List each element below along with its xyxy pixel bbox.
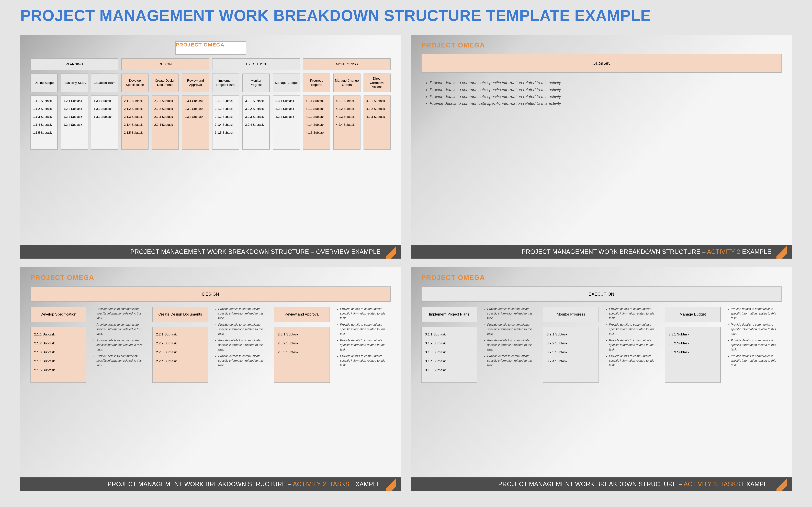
subtask-item: 1.2.3 Subtask: [62, 115, 82, 119]
slide-footer: PROJECT MANAGEMENT WORK BREAKDOWN STRUCT…: [411, 245, 792, 259]
subtask-item: 4.1.5 Subtask: [305, 131, 324, 134]
slide-title: PROJECT OMEGA: [421, 41, 781, 49]
subtask-item: 2.2.3 Subtask: [156, 350, 176, 354]
detail-bullet: Provide details to communicate specific …: [218, 323, 269, 336]
subtask-item: 1.2.4 Subtask: [62, 123, 82, 126]
subtask-item: 3.3.1 Subtask: [668, 332, 689, 336]
detail-bullet: Provide details to communicate specific …: [218, 307, 269, 321]
slide-overview: PROJECT OMEGAPLANNINGDESIGNEXECUTIONMONI…: [20, 35, 401, 259]
footer-text: PROJECT MANAGEMENT WORK BREAKDOWN STRUCT…: [522, 248, 771, 256]
task-details: Provide details to communicate specific …: [213, 307, 269, 383]
subtask-item: 1.1.1 Subtask: [32, 99, 52, 103]
subtask-item: 3.1.5 Subtask: [425, 368, 446, 372]
subtask-item: 3.2.4 Subtask: [244, 123, 264, 126]
footer-text: PROJECT MANAGEMENT WORK BREAKDOWN STRUCT…: [131, 248, 380, 256]
task-details: Provide details to communicate specific …: [726, 307, 781, 383]
detail-bullet: Provide details to communicate specific …: [96, 338, 147, 352]
phase-box: DESIGN: [121, 58, 209, 70]
phase-box: EXECUTION: [212, 58, 300, 70]
detail-bullet: Provide details to communicate specific …: [96, 323, 147, 336]
detail-bullet: Provide details to communicate specific …: [487, 307, 538, 321]
task-box: Progress Reports: [303, 73, 330, 92]
subtask-item: 1.1.5 Subtask: [32, 131, 52, 134]
subtask-item: 2.2.1 Subtask: [156, 332, 176, 336]
subtask-item: 3.3.2 Subtask: [668, 341, 689, 345]
subtask-item: 2.1.5 Subtask: [34, 368, 55, 372]
task-details: Provide details to communicate specific …: [482, 307, 538, 383]
detail-bullet: Provide details to communicate specific …: [731, 354, 781, 368]
subtask-item: 3.3.1 Subtask: [274, 99, 294, 103]
detail-bullet: Provide details to communicate specific …: [487, 338, 538, 352]
detail-bullet: Provide details to communicate specific …: [340, 323, 391, 336]
subtask-column: 4.2.1 Subtask4.2.2 Subtask4.2.3 Subtask4…: [333, 96, 360, 150]
subtask-item: 3.1.5 Subtask: [214, 131, 234, 134]
task-details: Provide details to communicate specific …: [604, 307, 660, 383]
detail-bullet: Provide details to communicate specific …: [487, 354, 538, 368]
task-box: Implement Project Plans: [212, 73, 239, 92]
slide-activity2-tasks: PROJECT OMEGA DESIGN Develop Specificati…: [20, 267, 401, 491]
subtask-item: 2.2.2 Subtask: [153, 107, 173, 111]
task-box: Establish Team: [91, 73, 118, 92]
subtask-box: 2.3.1 Subtask2.3.2 Subtask2.3.3 Subtask: [274, 327, 330, 383]
task-box: Monitor Progress: [543, 307, 599, 322]
subtask-item: 3.3.3 Subtask: [274, 115, 294, 119]
detail-bullet: Provide details to communicate specific …: [609, 307, 660, 321]
task-box: Direct Corrective Actions: [363, 73, 391, 92]
subtask-item: 2.1.3 Subtask: [34, 350, 55, 354]
subtask-column: 4.3.1 Subtask4.3.2 Subtask4.3.3 Subtask: [363, 96, 391, 150]
subtask-column: 2.1.1 Subtask2.1.2 Subtask2.1.3 Subtask2…: [121, 96, 149, 150]
subtask-item: 4.1.3 Subtask: [305, 115, 324, 119]
subtask-item: 3.3.3 Subtask: [668, 350, 689, 354]
subtask-item: 4.2.1 Subtask: [335, 99, 355, 103]
subtask-box: 3.1.1 Subtask3.1.2 Subtask3.1.3 Subtask3…: [421, 327, 477, 383]
detail-bullet: Provide details to communicate specific …: [96, 354, 147, 368]
detail-bullet: Provide details to communicate specific …: [430, 87, 781, 93]
subtask-item: 3.2.2 Subtask: [547, 341, 567, 345]
subtask-item: 1.1.3 Subtask: [32, 115, 52, 119]
slide-footer: PROJECT MANAGEMENT WORK BREAKDOWN STRUCT…: [411, 477, 792, 491]
detail-bullet: Provide details to communicate specific …: [430, 93, 781, 100]
subtask-item: 4.1.1 Subtask: [305, 99, 324, 103]
subtask-item: 3.2.4 Subtask: [547, 359, 567, 363]
subtask-item: 2.1.2 Subtask: [34, 341, 55, 345]
task-box: Feasibility Study: [61, 73, 88, 92]
footer-text: PROJECT MANAGEMENT WORK BREAKDOWN STRUCT…: [108, 481, 380, 488]
subtask-box: 2.2.1 Subtask2.2.2 Subtask2.2.3 Subtask2…: [152, 327, 208, 383]
footer-text: PROJECT MANAGEMENT WORK BREAKDOWN STRUCT…: [498, 481, 771, 488]
subtask-item: 3.1.2 Subtask: [214, 107, 234, 111]
subtask-item: 2.2.4 Subtask: [153, 123, 173, 126]
subtask-column: 1.1.1 Subtask1.1.2 Subtask1.1.3 Subtask1…: [31, 96, 58, 150]
subtask-item: 1.3.3 Subtask: [93, 115, 112, 119]
subtask-item: 3.2.1 Subtask: [547, 332, 567, 336]
subtask-item: 2.3.1 Subtask: [278, 332, 298, 336]
subtask-column: 2.2.1 Subtask2.2.2 Subtask2.2.3 Subtask2…: [152, 96, 179, 150]
subtask-item: 1.3.2 Subtask: [93, 107, 112, 111]
detail-bullet: Provide details to communicate specific …: [430, 79, 781, 87]
subtask-item: 2.2.3 Subtask: [153, 115, 173, 119]
subtask-item: 2.3.3 Subtask: [184, 115, 203, 119]
subtask-item: 3.1.2 Subtask: [425, 341, 446, 345]
task-box: Monitor Progress: [242, 73, 270, 92]
subtask-item: 3.1.1 Subtask: [425, 332, 446, 336]
subtask-item: 4.2.3 Subtask: [335, 115, 355, 119]
subtask-item: 4.2.4 Subtask: [335, 123, 355, 126]
subtask-item: 3.1.4 Subtask: [425, 359, 446, 363]
task-box: Manage Budget: [665, 307, 721, 322]
subtask-item: 3.1.1 Subtask: [214, 99, 234, 103]
task-box: Manage Change Orders: [333, 73, 360, 92]
subtask-item: 1.2.1 Subtask: [62, 99, 82, 103]
phase-box: PLANNING: [31, 58, 118, 70]
subtask-box: 3.3.1 Subtask3.3.2 Subtask3.3.3 Subtask: [665, 327, 721, 383]
detail-bullet: Provide details to communicate specific …: [218, 354, 269, 368]
task-box: Develop Specification: [121, 73, 149, 92]
subtask-item: 2.2.1 Subtask: [153, 99, 173, 103]
detail-bullet: Provide details to communicate specific …: [340, 307, 391, 321]
subtask-item: 3.2.3 Subtask: [547, 350, 567, 354]
subtask-item: 3.2.2 Subtask: [244, 107, 264, 111]
wbs-root: PROJECT OMEGA: [175, 41, 246, 55]
detail-bullet: Provide details to communicate specific …: [609, 354, 660, 368]
detail-bullet: Provide details to communicate specific …: [430, 100, 781, 107]
slide-title: PROJECT OMEGA: [31, 274, 391, 281]
subtask-item: 2.1.4 Subtask: [123, 123, 143, 126]
subtask-item: 3.3.2 Subtask: [274, 107, 294, 111]
